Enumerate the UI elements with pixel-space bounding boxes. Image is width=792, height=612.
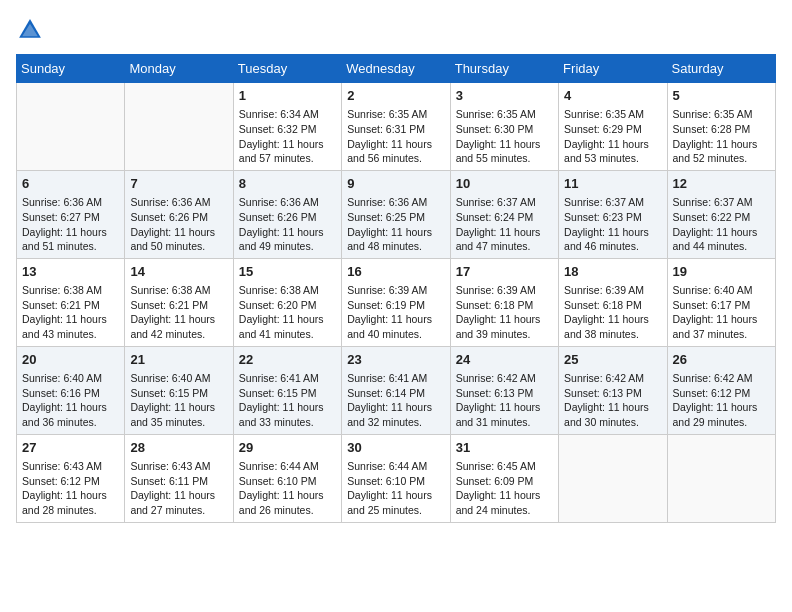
calendar-cell: [667, 434, 775, 522]
day-number: 15: [239, 263, 336, 281]
calendar-cell: 14Sunrise: 6:38 AM Sunset: 6:21 PM Dayli…: [125, 258, 233, 346]
calendar-cell: 7Sunrise: 6:36 AM Sunset: 6:26 PM Daylig…: [125, 170, 233, 258]
day-info: Sunrise: 6:37 AM Sunset: 6:23 PM Dayligh…: [564, 195, 661, 254]
logo: [16, 16, 48, 44]
calendar-week-row: 6Sunrise: 6:36 AM Sunset: 6:27 PM Daylig…: [17, 170, 776, 258]
day-number: 6: [22, 175, 119, 193]
day-number: 19: [673, 263, 770, 281]
day-number: 1: [239, 87, 336, 105]
calendar-week-row: 1Sunrise: 6:34 AM Sunset: 6:32 PM Daylig…: [17, 83, 776, 171]
day-number: 28: [130, 439, 227, 457]
calendar-cell: 25Sunrise: 6:42 AM Sunset: 6:13 PM Dayli…: [559, 346, 667, 434]
day-info: Sunrise: 6:44 AM Sunset: 6:10 PM Dayligh…: [239, 459, 336, 518]
calendar-cell: 18Sunrise: 6:39 AM Sunset: 6:18 PM Dayli…: [559, 258, 667, 346]
day-info: Sunrise: 6:41 AM Sunset: 6:14 PM Dayligh…: [347, 371, 444, 430]
day-number: 25: [564, 351, 661, 369]
calendar-cell: 26Sunrise: 6:42 AM Sunset: 6:12 PM Dayli…: [667, 346, 775, 434]
day-info: Sunrise: 6:43 AM Sunset: 6:12 PM Dayligh…: [22, 459, 119, 518]
day-info: Sunrise: 6:42 AM Sunset: 6:12 PM Dayligh…: [673, 371, 770, 430]
day-number: 31: [456, 439, 553, 457]
day-info: Sunrise: 6:37 AM Sunset: 6:22 PM Dayligh…: [673, 195, 770, 254]
day-number: 14: [130, 263, 227, 281]
calendar-cell: 23Sunrise: 6:41 AM Sunset: 6:14 PM Dayli…: [342, 346, 450, 434]
calendar-cell: 9Sunrise: 6:36 AM Sunset: 6:25 PM Daylig…: [342, 170, 450, 258]
calendar-cell: [559, 434, 667, 522]
day-info: Sunrise: 6:35 AM Sunset: 6:29 PM Dayligh…: [564, 107, 661, 166]
day-number: 21: [130, 351, 227, 369]
day-info: Sunrise: 6:35 AM Sunset: 6:28 PM Dayligh…: [673, 107, 770, 166]
calendar-cell: 15Sunrise: 6:38 AM Sunset: 6:20 PM Dayli…: [233, 258, 341, 346]
day-info: Sunrise: 6:40 AM Sunset: 6:17 PM Dayligh…: [673, 283, 770, 342]
day-info: Sunrise: 6:42 AM Sunset: 6:13 PM Dayligh…: [564, 371, 661, 430]
calendar-cell: 28Sunrise: 6:43 AM Sunset: 6:11 PM Dayli…: [125, 434, 233, 522]
weekday-header: Friday: [559, 55, 667, 83]
day-number: 5: [673, 87, 770, 105]
day-info: Sunrise: 6:43 AM Sunset: 6:11 PM Dayligh…: [130, 459, 227, 518]
day-number: 9: [347, 175, 444, 193]
day-info: Sunrise: 6:38 AM Sunset: 6:20 PM Dayligh…: [239, 283, 336, 342]
day-number: 17: [456, 263, 553, 281]
calendar-header-row: SundayMondayTuesdayWednesdayThursdayFrid…: [17, 55, 776, 83]
day-number: 22: [239, 351, 336, 369]
calendar-cell: 5Sunrise: 6:35 AM Sunset: 6:28 PM Daylig…: [667, 83, 775, 171]
calendar-cell: 29Sunrise: 6:44 AM Sunset: 6:10 PM Dayli…: [233, 434, 341, 522]
day-info: Sunrise: 6:39 AM Sunset: 6:19 PM Dayligh…: [347, 283, 444, 342]
calendar-cell: 3Sunrise: 6:35 AM Sunset: 6:30 PM Daylig…: [450, 83, 558, 171]
day-number: 7: [130, 175, 227, 193]
calendar-cell: [17, 83, 125, 171]
day-number: 24: [456, 351, 553, 369]
day-info: Sunrise: 6:39 AM Sunset: 6:18 PM Dayligh…: [564, 283, 661, 342]
calendar-cell: 11Sunrise: 6:37 AM Sunset: 6:23 PM Dayli…: [559, 170, 667, 258]
day-number: 11: [564, 175, 661, 193]
day-info: Sunrise: 6:36 AM Sunset: 6:25 PM Dayligh…: [347, 195, 444, 254]
day-info: Sunrise: 6:36 AM Sunset: 6:26 PM Dayligh…: [239, 195, 336, 254]
calendar-cell: 30Sunrise: 6:44 AM Sunset: 6:10 PM Dayli…: [342, 434, 450, 522]
day-info: Sunrise: 6:42 AM Sunset: 6:13 PM Dayligh…: [456, 371, 553, 430]
day-info: Sunrise: 6:38 AM Sunset: 6:21 PM Dayligh…: [130, 283, 227, 342]
page-header: [16, 16, 776, 44]
day-info: Sunrise: 6:35 AM Sunset: 6:31 PM Dayligh…: [347, 107, 444, 166]
calendar-cell: 20Sunrise: 6:40 AM Sunset: 6:16 PM Dayli…: [17, 346, 125, 434]
day-number: 18: [564, 263, 661, 281]
day-info: Sunrise: 6:35 AM Sunset: 6:30 PM Dayligh…: [456, 107, 553, 166]
calendar-cell: 12Sunrise: 6:37 AM Sunset: 6:22 PM Dayli…: [667, 170, 775, 258]
day-info: Sunrise: 6:36 AM Sunset: 6:26 PM Dayligh…: [130, 195, 227, 254]
calendar-week-row: 20Sunrise: 6:40 AM Sunset: 6:16 PM Dayli…: [17, 346, 776, 434]
calendar-cell: 19Sunrise: 6:40 AM Sunset: 6:17 PM Dayli…: [667, 258, 775, 346]
day-info: Sunrise: 6:45 AM Sunset: 6:09 PM Dayligh…: [456, 459, 553, 518]
day-number: 10: [456, 175, 553, 193]
day-number: 29: [239, 439, 336, 457]
day-number: 23: [347, 351, 444, 369]
day-info: Sunrise: 6:41 AM Sunset: 6:15 PM Dayligh…: [239, 371, 336, 430]
weekday-header: Tuesday: [233, 55, 341, 83]
weekday-header: Thursday: [450, 55, 558, 83]
weekday-header: Wednesday: [342, 55, 450, 83]
day-info: Sunrise: 6:40 AM Sunset: 6:16 PM Dayligh…: [22, 371, 119, 430]
calendar-cell: 22Sunrise: 6:41 AM Sunset: 6:15 PM Dayli…: [233, 346, 341, 434]
calendar-week-row: 27Sunrise: 6:43 AM Sunset: 6:12 PM Dayli…: [17, 434, 776, 522]
calendar-cell: 21Sunrise: 6:40 AM Sunset: 6:15 PM Dayli…: [125, 346, 233, 434]
calendar-cell: 13Sunrise: 6:38 AM Sunset: 6:21 PM Dayli…: [17, 258, 125, 346]
day-number: 8: [239, 175, 336, 193]
calendar-cell: 2Sunrise: 6:35 AM Sunset: 6:31 PM Daylig…: [342, 83, 450, 171]
day-number: 20: [22, 351, 119, 369]
calendar-cell: 24Sunrise: 6:42 AM Sunset: 6:13 PM Dayli…: [450, 346, 558, 434]
day-info: Sunrise: 6:37 AM Sunset: 6:24 PM Dayligh…: [456, 195, 553, 254]
calendar-cell: 27Sunrise: 6:43 AM Sunset: 6:12 PM Dayli…: [17, 434, 125, 522]
calendar-cell: 10Sunrise: 6:37 AM Sunset: 6:24 PM Dayli…: [450, 170, 558, 258]
day-number: 30: [347, 439, 444, 457]
calendar-cell: 31Sunrise: 6:45 AM Sunset: 6:09 PM Dayli…: [450, 434, 558, 522]
day-number: 12: [673, 175, 770, 193]
day-info: Sunrise: 6:34 AM Sunset: 6:32 PM Dayligh…: [239, 107, 336, 166]
day-number: 13: [22, 263, 119, 281]
day-number: 2: [347, 87, 444, 105]
day-number: 4: [564, 87, 661, 105]
calendar-table: SundayMondayTuesdayWednesdayThursdayFrid…: [16, 54, 776, 523]
day-number: 27: [22, 439, 119, 457]
calendar-cell: 4Sunrise: 6:35 AM Sunset: 6:29 PM Daylig…: [559, 83, 667, 171]
day-info: Sunrise: 6:40 AM Sunset: 6:15 PM Dayligh…: [130, 371, 227, 430]
calendar-cell: 6Sunrise: 6:36 AM Sunset: 6:27 PM Daylig…: [17, 170, 125, 258]
calendar-cell: 16Sunrise: 6:39 AM Sunset: 6:19 PM Dayli…: [342, 258, 450, 346]
calendar-cell: [125, 83, 233, 171]
calendar-cell: 1Sunrise: 6:34 AM Sunset: 6:32 PM Daylig…: [233, 83, 341, 171]
